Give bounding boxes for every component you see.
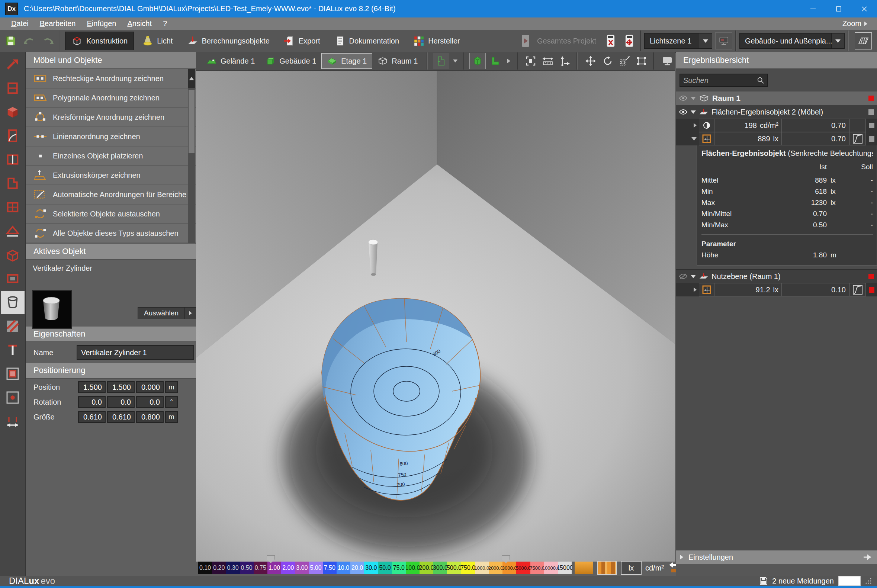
solid-view-button[interactable]: [469, 53, 486, 69]
scale-segment[interactable]: 3.00: [295, 562, 309, 574]
ceiling-element-icon[interactable]: [1, 362, 24, 385]
solid-cube-icon[interactable]: [1, 243, 24, 266]
scale-segment[interactable]: 1.00: [267, 562, 281, 574]
scroll-up-button[interactable]: [188, 69, 195, 88]
status-square-red[interactable]: [868, 96, 874, 101]
mode-export-button[interactable]: Export: [278, 32, 326, 50]
mode-hersteller-button[interactable]: Hersteller: [407, 32, 466, 50]
scale-segment[interactable]: 50.0: [378, 562, 392, 574]
scale-segment[interactable]: 0.10: [198, 562, 212, 574]
measure-horizontal-button[interactable]: [540, 53, 556, 69]
roof-icon[interactable]: [1, 219, 24, 243]
planning-mode-dropdown[interactable]: Gebäude- und Außenpla...: [739, 33, 832, 49]
expander-down-icon[interactable]: [691, 111, 696, 114]
floorplan-icon[interactable]: [1, 172, 24, 195]
scale-segment[interactable]: 750.0: [461, 562, 475, 574]
menu-bearbeiten[interactable]: Bearbeiten: [40, 20, 76, 28]
draw-arrow-icon[interactable]: [1, 53, 24, 76]
scale-tool-button[interactable]: [617, 53, 633, 69]
calculate-project-button[interactable]: [518, 33, 533, 49]
object-thumbnail[interactable]: [32, 290, 72, 329]
scrollbar-thumb[interactable]: [189, 90, 195, 153]
scale-segment[interactable]: 15000: [558, 562, 572, 574]
tool-extrusionskoerper[interactable]: Extrusionskörper zeichnen: [26, 166, 196, 184]
cancel-calculation-button[interactable]: [603, 33, 619, 49]
scale-segment[interactable]: 0.20: [212, 562, 226, 574]
menu-einfuegen[interactable]: Einfügen: [87, 20, 116, 28]
illuminance-result-row[interactable]: 889 lx 0.70: [676, 132, 877, 146]
name-input[interactable]: Vertikaler Zylinder 1: [76, 345, 194, 360]
messages-link[interactable]: 2 neue Meldungen: [772, 577, 834, 585]
save-button[interactable]: [3, 33, 19, 49]
unit-lx-button[interactable]: lx: [621, 561, 642, 575]
unit-cdm2-button[interactable]: cd/m²: [645, 564, 664, 572]
tab-etage[interactable]: Etage 1: [321, 53, 372, 69]
tool-automatische-anordnungen[interactable]: Automatische Anordnungen für Bereiche: [26, 185, 196, 204]
scale-segment[interactable]: 0.75: [254, 562, 267, 574]
scale-segment[interactable]: 500.0: [447, 562, 461, 574]
scale-segment[interactable]: 3000.0: [502, 562, 516, 574]
rotation-y-field[interactable]: 0.0: [107, 396, 135, 408]
lichtszene-dropdown-arrow[interactable]: [699, 33, 712, 49]
groesse-x-field[interactable]: 0.610: [78, 411, 106, 423]
falsecolor-scale[interactable]: 0.100.200.300.500.751.002.003.005.007.50…: [198, 562, 572, 574]
tool-linienanordnung[interactable]: Linienanordnung zeichnen: [26, 127, 196, 146]
luminance-result-row[interactable]: 198 cd/m² 0.70: [676, 118, 877, 132]
rotation-x-field[interactable]: 0.0: [78, 396, 106, 408]
calculation-settings-button[interactable]: [622, 33, 637, 49]
position-x-field[interactable]: 1.500: [78, 381, 106, 393]
planning-mode-dropdown-arrow[interactable]: [832, 33, 845, 49]
glazing-icon[interactable]: [1, 196, 24, 219]
expander-right-icon[interactable]: [694, 288, 697, 292]
scale-segment[interactable]: 10000.0: [544, 562, 558, 574]
scale-segment[interactable]: 10.0: [337, 562, 350, 574]
axes-view-button[interactable]: [487, 53, 503, 69]
3d-viewport[interactable]: 900 800 750 700: [196, 70, 675, 562]
scale-segment[interactable]: 1000.0: [475, 562, 489, 574]
scale-segment[interactable]: 7.50: [323, 562, 337, 574]
scale-segment[interactable]: 300.0: [433, 562, 447, 574]
redo-button[interactable]: [40, 33, 56, 49]
rectangle-select-button[interactable]: [634, 53, 649, 69]
tool-kreisfoermige-anordnung[interactable]: Kreisförmige Anordnung zeichnen: [26, 108, 196, 126]
visibility-eye-off-icon[interactable]: [679, 273, 688, 279]
tool-alle-austauschen[interactable]: Alle Objekte dieses Typs austauschen: [26, 224, 196, 243]
scale-segment[interactable]: 7500.0: [531, 562, 544, 574]
move-tool-button[interactable]: [583, 53, 598, 69]
point-marker-icon[interactable]: [1, 386, 24, 409]
lightscene-display-button[interactable]: [715, 32, 732, 50]
visibility-eye-icon[interactable]: [679, 95, 688, 101]
menu-hilfe[interactable]: ?: [163, 20, 167, 28]
expander-down-icon[interactable]: [691, 275, 696, 278]
scale-segment[interactable]: 100.0: [406, 562, 420, 574]
scale-segment[interactable]: 0.50: [240, 562, 254, 574]
scale-segment[interactable]: 5.00: [309, 562, 323, 574]
results-table-button[interactable]: [855, 32, 872, 50]
pin-icon[interactable]: [863, 553, 873, 562]
lichtszene-dropdown[interactable]: Lichtszene 1: [644, 33, 699, 49]
tool-list-scrollbar[interactable]: [188, 69, 195, 243]
expander-right-icon[interactable]: [694, 123, 697, 128]
auswaehlen-button[interactable]: Auswählen: [138, 307, 196, 319]
falsecolor-bands-button[interactable]: [597, 561, 617, 575]
mode-dokumentation-button[interactable]: Dokumentation: [328, 32, 405, 50]
search-input[interactable]: Suchen: [679, 74, 768, 87]
opening-icon[interactable]: [1, 267, 24, 290]
scale-segment[interactable]: 20.0: [350, 562, 364, 574]
visibility-eye-icon[interactable]: [679, 109, 688, 115]
scale-segment[interactable]: 200.0: [420, 562, 433, 574]
tab-gelaende[interactable]: Gelände 1: [201, 54, 260, 68]
scale-segment[interactable]: 2.00: [281, 562, 295, 574]
rotation-z-field[interactable]: 0.0: [136, 396, 163, 408]
scale-segment[interactable]: 5000.0: [516, 562, 530, 574]
objects-tool-icon[interactable]: [1, 291, 24, 314]
tab-gebaeude[interactable]: Gebäude 1: [260, 54, 321, 68]
status-square-gray[interactable]: [869, 136, 874, 142]
rotate-tool-button[interactable]: [600, 53, 616, 69]
dimension-icon[interactable]: [1, 410, 24, 433]
tab-raum[interactable]: Raum 1: [372, 54, 423, 68]
floorplan-view-button[interactable]: [433, 53, 449, 69]
status-square-red[interactable]: [868, 274, 874, 279]
mode-konstruktion-button[interactable]: Konstruktion: [65, 32, 134, 50]
tool-selektierte-austauschen[interactable]: Selektierte Objekte austauschen: [26, 204, 196, 223]
